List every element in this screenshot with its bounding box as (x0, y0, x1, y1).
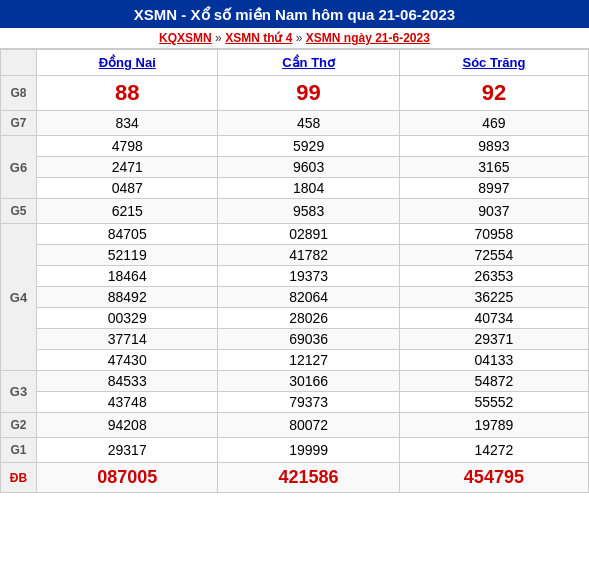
g4-r7-c3: 04133 (399, 350, 588, 371)
prize-row-g6-2: 2471 9603 3165 (1, 157, 589, 178)
g1-c2: 19999 (218, 438, 399, 463)
g1-c3: 14272 (399, 438, 588, 463)
g7-c1: 834 (37, 111, 218, 136)
g6-r3-c3: 8997 (399, 178, 588, 199)
prize-row-g4-3: 18464 19373 26353 (1, 266, 589, 287)
g4-r5-c2: 28026 (218, 308, 399, 329)
results-table: Đồng Nai Cần Thơ Sóc Trăng G8 88 99 92 G… (0, 49, 589, 493)
label-g8: G8 (1, 76, 37, 111)
label-g7: G7 (1, 111, 37, 136)
g3-r2-c1: 43748 (37, 392, 218, 413)
nav-sep1: » (215, 31, 225, 45)
prize-row-g6-3: 0487 1804 8997 (1, 178, 589, 199)
g4-r1-c1: 84705 (37, 224, 218, 245)
label-g1: G1 (1, 438, 37, 463)
g4-r4-c3: 36225 (399, 287, 588, 308)
g8-c3: 92 (399, 76, 588, 111)
g2-c2: 80072 (218, 413, 399, 438)
g6-r1-c2: 5929 (218, 136, 399, 157)
prize-row-g1: G1 29317 19999 14272 (1, 438, 589, 463)
prize-row-g3-1: G3 84533 30166 54872 (1, 371, 589, 392)
g6-r2-c1: 2471 (37, 157, 218, 178)
g4-r6-c1: 37714 (37, 329, 218, 350)
g6-r3-c1: 0487 (37, 178, 218, 199)
label-g6: G6 (1, 136, 37, 199)
g8-c1: 88 (37, 76, 218, 111)
g4-r2-c3: 72554 (399, 245, 588, 266)
prize-row-g4-5: 00329 28026 40734 (1, 308, 589, 329)
g4-r5-c1: 00329 (37, 308, 218, 329)
g3-r1-c3: 54872 (399, 371, 588, 392)
nav-sep2: » (296, 31, 306, 45)
prize-row-g7: G7 834 458 469 (1, 111, 589, 136)
db-c2: 421586 (218, 463, 399, 493)
col-soctrang-header[interactable]: Sóc Trăng (399, 50, 588, 76)
prize-row-g4-4: 88492 82064 36225 (1, 287, 589, 308)
prize-row-g4-6: 37714 69036 29371 (1, 329, 589, 350)
label-g4: G4 (1, 224, 37, 371)
label-g5: G5 (1, 199, 37, 224)
nav-link1[interactable]: KQXSMN (159, 31, 212, 45)
label-g2: G2 (1, 413, 37, 438)
prize-row-g4-7: 47430 12127 04133 (1, 350, 589, 371)
g4-r3-c3: 26353 (399, 266, 588, 287)
db-c1: 087005 (37, 463, 218, 493)
g1-c1: 29317 (37, 438, 218, 463)
header: XSMN - Xổ số miền Nam hôm qua 21-06-2023 (0, 0, 589, 28)
g4-r3-c2: 19373 (218, 266, 399, 287)
g5-c2: 9583 (218, 199, 399, 224)
g4-r1-c2: 02891 (218, 224, 399, 245)
subheader: KQXSMN » XSMN thứ 4 » XSMN ngày 21-6-202… (0, 28, 589, 49)
col-cantho-header[interactable]: Cần Thơ (218, 50, 399, 76)
g6-r2-c2: 9603 (218, 157, 399, 178)
g4-r3-c1: 18464 (37, 266, 218, 287)
prize-row-g6-1: G6 4798 5929 9893 (1, 136, 589, 157)
prize-row-g4-2: 52119 41782 72554 (1, 245, 589, 266)
g4-r4-c2: 82064 (218, 287, 399, 308)
g3-r1-c1: 84533 (37, 371, 218, 392)
g4-r4-c1: 88492 (37, 287, 218, 308)
g4-r2-c2: 41782 (218, 245, 399, 266)
col-dongnai-header[interactable]: Đồng Nai (37, 50, 218, 76)
label-db: ĐB (1, 463, 37, 493)
header-title: XSMN - Xổ số miền Nam hôm qua 21-06-2023 (134, 6, 455, 23)
nav-link2[interactable]: XSMN thứ 4 (225, 31, 292, 45)
g4-r7-c2: 12127 (218, 350, 399, 371)
g4-r1-c3: 70958 (399, 224, 588, 245)
g6-r1-c3: 9893 (399, 136, 588, 157)
g3-r2-c2: 79373 (218, 392, 399, 413)
prize-row-db: ĐB 087005 421586 454795 (1, 463, 589, 493)
g6-r1-c1: 4798 (37, 136, 218, 157)
g5-c1: 6215 (37, 199, 218, 224)
label-g3: G3 (1, 371, 37, 413)
g4-r6-c3: 29371 (399, 329, 588, 350)
db-c3: 454795 (399, 463, 588, 493)
prize-row-g2: G2 94208 80072 19789 (1, 413, 589, 438)
g3-r2-c3: 55552 (399, 392, 588, 413)
prize-row-g8: G8 88 99 92 (1, 76, 589, 111)
nav-link3[interactable]: XSMN ngày 21-6-2023 (306, 31, 430, 45)
g4-r5-c3: 40734 (399, 308, 588, 329)
g4-r7-c1: 47430 (37, 350, 218, 371)
prize-row-g3-2: 43748 79373 55552 (1, 392, 589, 413)
g5-c3: 9037 (399, 199, 588, 224)
g8-c2: 99 (218, 76, 399, 111)
g6-r2-c3: 3165 (399, 157, 588, 178)
g7-c3: 469 (399, 111, 588, 136)
g3-r1-c2: 30166 (218, 371, 399, 392)
g4-r2-c1: 52119 (37, 245, 218, 266)
g6-r3-c2: 1804 (218, 178, 399, 199)
g7-c2: 458 (218, 111, 399, 136)
prize-row-g4-1: G4 84705 02891 70958 (1, 224, 589, 245)
col-label-header (1, 50, 37, 76)
g2-c3: 19789 (399, 413, 588, 438)
g2-c1: 94208 (37, 413, 218, 438)
prize-row-g5: G5 6215 9583 9037 (1, 199, 589, 224)
g4-r6-c2: 69036 (218, 329, 399, 350)
